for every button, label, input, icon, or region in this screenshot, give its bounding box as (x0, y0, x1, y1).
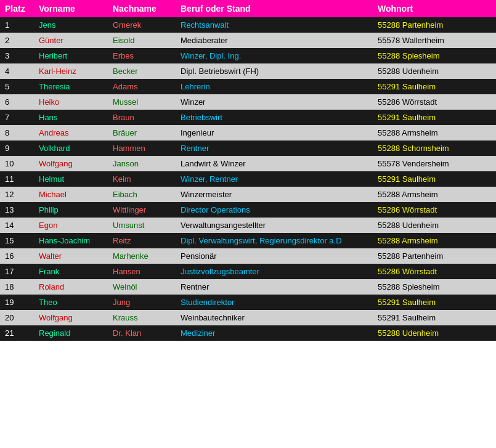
table-row: 14EgonUmsunstVerwaltungsangestellter5528… (0, 218, 496, 233)
col-wohnort: 55288 Armsheim (373, 125, 496, 141)
col-beruf: Mediziner (176, 325, 373, 341)
col-beruf: Landwirt & Winzer (176, 156, 373, 171)
col-vorname: Andreas (34, 125, 108, 141)
col-vorname: Hans (34, 110, 108, 125)
col-wohnort: 55286 Wörrstadt (373, 202, 496, 218)
col-wohnort: 55291 Saulheim (373, 79, 496, 94)
col-platz: 13 (0, 202, 34, 218)
col-platz: 5 (0, 79, 34, 94)
col-nachname: Weinöl (108, 279, 176, 295)
col-nachname: Becker (108, 63, 176, 79)
col-vorname: Jens (34, 17, 108, 33)
col-vorname: Heiko (34, 94, 108, 110)
col-nachname: Wittlinger (108, 202, 176, 218)
header-nachname: Nachname (108, 0, 176, 17)
col-beruf: Rentner (176, 279, 373, 295)
table-row: 10WolfgangJansonLandwirt & Winzer55578 V… (0, 156, 496, 171)
col-wohnort: 55288 Armsheim (373, 187, 496, 202)
header-row: Platz Vorname Nachname Beruf oder Stand … (0, 0, 496, 17)
col-vorname: Helmut (34, 171, 108, 187)
col-vorname: Hans-Joachim (34, 233, 108, 248)
col-nachname: Hansen (108, 264, 176, 279)
col-platz: 12 (0, 187, 34, 202)
col-nachname: Mussel (108, 94, 176, 110)
table-row: 2GünterEisoldMediaberater55578 Wallerthe… (0, 33, 496, 48)
col-platz: 3 (0, 48, 34, 63)
table-row: 5TheresiaAdamsLehrerin55291 Saulheim (0, 79, 496, 94)
table-row: 16WalterMarhenkePensionär55288 Partenhei… (0, 248, 496, 264)
col-nachname: Eisold (108, 33, 176, 48)
col-wohnort: 55288 Schornsheim (373, 141, 496, 156)
col-platz: 10 (0, 156, 34, 171)
col-beruf: Rentner (176, 141, 373, 156)
col-platz: 9 (0, 141, 34, 156)
col-wohnort: 55578 Vendersheim (373, 156, 496, 171)
col-platz: 19 (0, 295, 34, 310)
col-beruf: Winzermeister (176, 187, 373, 202)
col-wohnort: 55288 Udenheim (373, 63, 496, 79)
col-nachname: Umsunst (108, 218, 176, 233)
col-platz: 14 (0, 218, 34, 233)
table-row: 9VolkhardHammenRentner55288 Schornsheim (0, 141, 496, 156)
col-wohnort: 55288 Spiesheim (373, 279, 496, 295)
col-nachname: Marhenke (108, 248, 176, 264)
col-beruf: Dipl. Betriebswirt (FH) (176, 63, 373, 79)
col-nachname: Jung (108, 295, 176, 310)
col-nachname: Reitz (108, 233, 176, 248)
col-beruf: Studiendirektor (176, 295, 373, 310)
table-row: 20WolfgangKraussWeinbautechniker55291 Sa… (0, 310, 496, 325)
col-beruf: Betriebswirt (176, 110, 373, 125)
col-nachname: Janson (108, 156, 176, 171)
col-wohnort: 55288 Udenheim (373, 325, 496, 341)
col-platz: 2 (0, 33, 34, 48)
col-platz: 20 (0, 310, 34, 325)
table-row: 13PhilipWittlingerDirector Operations552… (0, 202, 496, 218)
col-vorname: Egon (34, 218, 108, 233)
col-beruf: Verwaltungsangestellter (176, 218, 373, 233)
table-row: 19TheoJungStudiendirektor55291 Saulheim (0, 295, 496, 310)
col-vorname: Michael (34, 187, 108, 202)
col-platz: 16 (0, 248, 34, 264)
col-nachname: Adams (108, 79, 176, 94)
col-nachname: Hammen (108, 141, 176, 156)
col-vorname: Frank (34, 264, 108, 279)
col-vorname: Karl-Heinz (34, 63, 108, 79)
col-nachname: Bräuer (108, 125, 176, 141)
table-row: 8AndreasBräuerIngenieur55288 Armsheim (0, 125, 496, 141)
col-beruf: Justizvollzugsbeamter (176, 264, 373, 279)
col-wohnort: 55286 Wörrstadt (373, 264, 496, 279)
col-platz: 15 (0, 233, 34, 248)
col-beruf: Winzer, Rentner (176, 171, 373, 187)
col-nachname: Erbes (108, 48, 176, 63)
col-nachname: Gmerek (108, 17, 176, 33)
col-platz: 21 (0, 325, 34, 341)
col-vorname: Theresia (34, 79, 108, 94)
col-nachname: Krauss (108, 310, 176, 325)
table-row: 1JensGmerekRechtsanwalt55288 Partenheim (0, 17, 496, 33)
col-beruf: Lehrerin (176, 79, 373, 94)
col-vorname: Günter (34, 33, 108, 48)
col-vorname: Philip (34, 202, 108, 218)
header-platz: Platz (0, 0, 34, 17)
table-row: 12MichaelEibachWinzermeister55288 Armshe… (0, 187, 496, 202)
col-wohnort: 55288 Partenheim (373, 248, 496, 264)
col-platz: 18 (0, 279, 34, 295)
table-row: 6HeikoMusselWinzer55286 Wörrstadt (0, 94, 496, 110)
col-vorname: Theo (34, 295, 108, 310)
col-wohnort: 55286 Wörrstadt (373, 94, 496, 110)
col-platz: 1 (0, 17, 34, 33)
col-wohnort: 55288 Spiesheim (373, 48, 496, 63)
col-beruf: Winzer (176, 94, 373, 110)
table-row: 3HeribertErbesWinzer, Dipl. Ing.55288 Sp… (0, 48, 496, 63)
col-vorname: Volkhard (34, 141, 108, 156)
col-nachname: Braun (108, 110, 176, 125)
col-vorname: Walter (34, 248, 108, 264)
col-vorname: Wolfgang (34, 156, 108, 171)
col-beruf: Pensionär (176, 248, 373, 264)
col-beruf: Mediaberater (176, 33, 373, 48)
col-wohnort: 55291 Saulheim (373, 295, 496, 310)
col-platz: 8 (0, 125, 34, 141)
col-beruf: Director Operations (176, 202, 373, 218)
col-wohnort: 55288 Udenheim (373, 218, 496, 233)
col-vorname: Heribert (34, 48, 108, 63)
